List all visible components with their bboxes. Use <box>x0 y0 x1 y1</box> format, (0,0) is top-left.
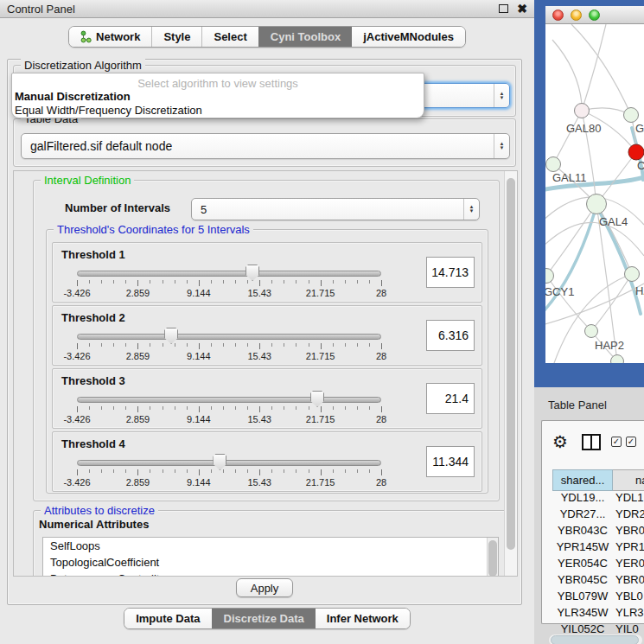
table-panel-titlebar: Table Panel <box>534 393 644 416</box>
num-intervals-label: Number of Intervals <box>65 201 170 214</box>
slider-track[interactable] <box>77 271 381 277</box>
list-item[interactable]: BetweennessCentrality <box>43 571 498 577</box>
slider-thumb[interactable] <box>245 265 259 281</box>
column-header-name[interactable]: na <box>613 469 644 491</box>
threshold-3-slider[interactable]: -3.4262.8599.14415.4321.71528 <box>77 392 381 426</box>
table-row[interactable]: YBR045CYBR0 <box>552 573 644 590</box>
bottom-tab-bar: Impute Data Discretize Data Infer Networ… <box>0 608 534 629</box>
gear-icon[interactable]: ⚙ <box>552 433 568 450</box>
algorithm-group-title: Discretization Algorithm <box>21 59 145 72</box>
table-row[interactable]: YBL079WYBL0 <box>552 590 644 606</box>
table-row[interactable]: YDL19...YDL1 <box>552 491 644 507</box>
network-node-selected[interactable] <box>628 144 644 160</box>
slider-tick-labels: -3.4262.8599.14415.4321.71528 <box>77 477 381 488</box>
threshold-4-value-field[interactable]: 11.344 <box>426 446 475 477</box>
thresholds-group-title: Threshold's Coordinates for 5 Intervals <box>54 223 253 236</box>
slider-track[interactable] <box>77 334 381 340</box>
threshold-2-label: Threshold 2 <box>61 311 125 324</box>
settings-scroll-area: Interval Definition Number of Intervals … <box>13 170 518 577</box>
threshold-2-value-field[interactable]: 6.316 <box>426 320 475 351</box>
threshold-3-value-field[interactable]: 21.4 <box>426 383 475 414</box>
table-body: YDL19...YDL1 YDR27...YDR2 YBR043CYBR0 YP… <box>552 491 644 639</box>
table-row[interactable]: YPR145WYPR1 <box>552 540 644 557</box>
node-label: HAP2 <box>595 339 624 352</box>
close-icon[interactable]: ✖ <box>517 4 527 13</box>
tab-infer-network[interactable]: Infer Network <box>316 609 410 628</box>
attributes-list-scrollbar[interactable] <box>487 538 498 577</box>
split-columns-icon[interactable] <box>582 434 601 450</box>
tab-style[interactable]: Style <box>151 27 201 47</box>
tab-discretize-data[interactable]: Discretize Data <box>212 609 316 628</box>
threshold-1-slider[interactable]: -3.4262.8599.14415.4321.71528 <box>77 265 381 300</box>
tab-select[interactable]: Select <box>201 27 258 47</box>
table-row[interactable]: YBR043CYBR0 <box>552 524 644 540</box>
table-horizontal-scrollbar[interactable] <box>549 634 642 644</box>
threshold-4-label: Threshold 4 <box>61 437 125 450</box>
tab-jactivemnodules[interactable]: jActiveMNodules <box>352 27 465 47</box>
mac-minimize-button[interactable] <box>571 10 582 21</box>
attributes-group-title: Attributes to discretize <box>41 504 158 517</box>
tab-label: Style <box>163 30 190 43</box>
tab-network[interactable]: Network <box>69 27 151 47</box>
network-icon <box>80 30 92 43</box>
thresholds-group: Threshold's Coordinates for 5 Intervals … <box>46 229 488 494</box>
combo-stepper-icon: ▲▼ <box>494 84 509 107</box>
network-node[interactable] <box>546 157 561 172</box>
list-item[interactable]: TopologicalCoefficient <box>43 554 498 571</box>
apply-button[interactable]: Apply <box>236 578 293 597</box>
combo-stepper-icon: ▲▼ <box>494 134 509 158</box>
network-node[interactable] <box>625 267 640 282</box>
network-node[interactable] <box>587 194 607 214</box>
network-node[interactable] <box>545 269 554 284</box>
tab-label: Infer Network <box>327 612 399 625</box>
network-window-titlebar <box>545 6 644 24</box>
slider-tick-labels: -3.4262.8599.14415.4321.71528 <box>77 351 381 361</box>
network-node[interactable] <box>575 104 590 118</box>
tab-label: Select <box>214 30 246 43</box>
node-label: GAL80 <box>566 122 601 135</box>
control-panel: Control Panel ✖ Network <box>0 0 534 644</box>
combo-stepper-icon: ▲▼ <box>463 199 479 220</box>
slider-track[interactable] <box>77 460 381 466</box>
column-header-shared-name[interactable]: shared... <box>552 469 613 491</box>
settings-scrollbar[interactable] <box>504 171 517 576</box>
attributes-list: SelfLoops TopologicalCoefficient Between… <box>42 537 499 577</box>
table-data-group: Table Data galFiltered.sif default node … <box>13 118 516 167</box>
slider-thumb[interactable] <box>213 454 226 470</box>
list-item[interactable]: SelfLoops <box>43 538 498 554</box>
threshold-4-slider[interactable]: -3.4262.8599.14415.4321.71528 <box>77 455 381 489</box>
network-canvas[interactable]: GAL80 GA C GAL11 GAL4 GCY1 HA HAP2 <box>545 24 644 363</box>
select-all-checkbox-icon[interactable]: ✓ <box>611 437 622 447</box>
threshold-2-slider[interactable]: -3.4262.8599.14415.4321.71528 <box>77 328 381 363</box>
table-row[interactable]: YDR27...YDR2 <box>552 507 644 524</box>
slider-ticks <box>77 406 382 412</box>
table-data-combo[interactable]: galFiltered.sif default node ▲▼ <box>21 133 510 159</box>
threshold-3-panel: Threshold 3 -3.4262.8599.14415.4321.7152… <box>52 368 482 429</box>
float-window-icon[interactable] <box>499 4 508 13</box>
table-panel: ⚙ ✓ ✓ shared... na YDL19...YDL1 YDR27...… <box>541 420 644 624</box>
node-label: GCY1 <box>545 285 574 298</box>
network-node[interactable] <box>585 325 598 338</box>
threshold-4-panel: Threshold 4 -3.4262.8599.14415.4321.7152… <box>52 431 482 492</box>
screenshot-root: Control Panel ✖ Network <box>0 0 644 644</box>
dropdown-hint: Select algorithm to view settings <box>12 77 424 90</box>
threshold-1-value-field[interactable]: 14.713 <box>426 257 475 288</box>
node-label-partial: HA <box>635 284 644 297</box>
dropdown-item-manual[interactable]: Manual Discretization <box>12 90 424 104</box>
tab-impute-data[interactable]: Impute Data <box>124 609 211 628</box>
slider-thumb[interactable] <box>164 328 178 344</box>
network-node[interactable] <box>624 108 639 123</box>
tab-cyni-toolbox[interactable]: Cyni Toolbox <box>258 27 352 47</box>
slider-thumb[interactable] <box>310 391 324 407</box>
mac-zoom-button[interactable] <box>589 10 600 21</box>
num-intervals-combo[interactable]: 5 ▲▼ <box>191 198 480 220</box>
slider-track[interactable] <box>77 397 381 403</box>
mac-close-button[interactable] <box>552 10 564 21</box>
tab-label: Network <box>96 30 140 43</box>
threshold-1-label: Threshold 1 <box>61 248 125 261</box>
select-columns-checkbox-icon[interactable]: ✓ <box>626 437 636 447</box>
algorithm-dropdown-popup: Select algorithm to view settings Manual… <box>11 73 424 118</box>
dropdown-item-equal-width[interactable]: Equal Width/Frequency Discretization <box>12 104 424 118</box>
table-row[interactable]: YER054CYER0 <box>552 557 644 573</box>
table-row[interactable]: YLR345WYLR3 <box>552 606 644 622</box>
